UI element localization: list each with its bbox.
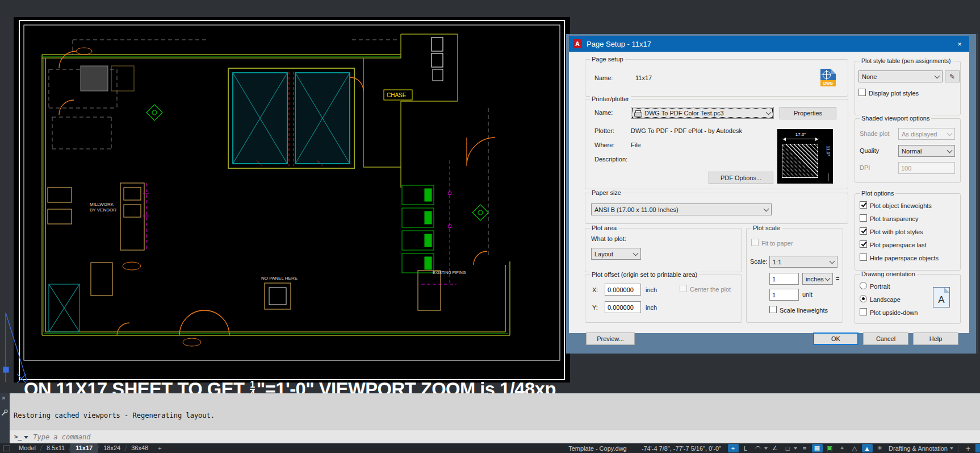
quality-combo[interactable]: Normal: [898, 145, 955, 157]
new-layout-icon[interactable]: +: [153, 445, 166, 452]
clipped-status-icon[interactable]: [975, 444, 980, 452]
dwg-file-icon: DWG: [820, 69, 836, 86]
x-offset-input[interactable]: [605, 284, 641, 296]
tab-36x48[interactable]: 36x48: [126, 443, 153, 453]
command-prompt-icon: >_: [14, 433, 22, 440]
annotation-visibility-icon[interactable]: △: [849, 444, 860, 452]
crosshair-icon[interactable]: +: [963, 444, 974, 452]
y-offset-input[interactable]: [605, 301, 641, 313]
chevron-down-icon[interactable]: [633, 250, 639, 256]
edit-plot-style-button[interactable]: ✎: [945, 70, 960, 82]
drawing-viewport[interactable]: CHASE MILLWORK BY VENDOR NO PANEL HERE E…: [0, 17, 575, 383]
chevron-down-icon[interactable]: [794, 447, 797, 451]
command-input[interactable]: [32, 433, 980, 442]
hide-paperspace-objects-checkbox[interactable]: [860, 253, 867, 261]
osnap-target-icon[interactable]: ⌖: [837, 444, 848, 452]
unit-label: unit: [802, 291, 813, 298]
x-unit-label: inch: [646, 286, 657, 293]
tab-model[interactable]: Model: [14, 443, 41, 453]
scale-lineweights-label: Scale lineweights: [780, 307, 828, 314]
fit-to-paper-checkbox: [751, 239, 759, 246]
plot-with-plot-styles-checkbox[interactable]: [860, 227, 867, 235]
workspace-switcher[interactable]: Drafting & Annotation: [889, 445, 948, 452]
chevron-down-icon: [947, 130, 953, 136]
label-chase: CHASE: [387, 92, 407, 98]
printer-icon: [634, 110, 642, 116]
orientation-page-icon: A: [933, 287, 950, 307]
cursor-coordinates: -74'-4 7/8", -77'-7 5/16", 0'-0": [642, 445, 721, 452]
paper-size-combo[interactable]: ANSI B (17.00 x 11.00 Inches): [591, 203, 772, 215]
chevron-down-icon[interactable]: [764, 206, 769, 211]
group-label: Page setup: [590, 56, 625, 63]
scale-lineweights-checkbox[interactable]: [769, 306, 777, 313]
chevron-down-icon[interactable]: [947, 147, 953, 153]
command-window-sidebar: ×: [0, 393, 10, 443]
close-command-window-icon[interactable]: ×: [2, 394, 5, 401]
chevron-down-icon[interactable]: [935, 73, 940, 78]
what-to-plot-combo[interactable]: Layout: [591, 248, 641, 260]
plot-upside-down-checkbox[interactable]: [860, 308, 867, 315]
layout-quickview-icon[interactable]: [3, 446, 10, 451]
equals-sign: =: [836, 275, 839, 282]
group-label: Paper size: [590, 189, 623, 196]
drawing-units-input[interactable]: [769, 289, 799, 301]
page-setup-group: Page setup Name: 11x17 DWG: [585, 59, 848, 97]
gear-icon[interactable]: ✳: [874, 444, 885, 452]
pen-icon: ✎: [949, 73, 955, 81]
plot-object-lineweights-checkbox[interactable]: [860, 201, 867, 209]
help-button[interactable]: Help: [913, 333, 958, 345]
wrench-icon[interactable]: [1, 408, 8, 418]
selection-cycling-icon[interactable]: ▣: [824, 444, 835, 452]
autocad-logo-icon: A: [573, 39, 582, 48]
pdf-options-button[interactable]: PDF Options...: [709, 172, 773, 184]
portrait-radio[interactable]: [860, 282, 867, 289]
tab-18x24[interactable]: 18x24: [98, 443, 125, 453]
printer-name-combo[interactable]: DWG To PDF Color Test.pc3: [631, 107, 774, 119]
plot-style-combo[interactable]: None: [858, 70, 943, 82]
where-label: Where:: [594, 142, 614, 148]
properties-button[interactable]: Properties: [780, 107, 836, 119]
dialog-title-bar[interactable]: A Page Setup - 11x17 ×: [569, 36, 969, 52]
close-icon[interactable]: ×: [950, 36, 969, 52]
chevron-down-icon[interactable]: [950, 447, 953, 451]
plot-paperspace-last-checkbox[interactable]: [860, 240, 867, 248]
recent-commands-icon[interactable]: [24, 436, 28, 441]
snap-mode-icon[interactable]: +: [728, 444, 739, 452]
preview-button[interactable]: Preview...: [586, 333, 635, 345]
chevron-down-icon[interactable]: [830, 258, 835, 264]
plot-offset-group: Plot offset (origin set to printable are…: [585, 275, 742, 323]
shaded-viewport-group: Shaded viewport options Shade plot As di…: [855, 118, 961, 183]
label-no-panel: NO PANEL HERE: [261, 276, 298, 281]
tab-8-5x11[interactable]: 8.5x11: [41, 443, 70, 453]
osnap-tracking-icon[interactable]: □: [782, 444, 793, 452]
ok-button[interactable]: OK: [813, 333, 858, 345]
label-existing-piping: EXISTING PIPING: [433, 271, 466, 275]
cancel-button[interactable]: Cancel: [863, 333, 908, 345]
lineweight-icon[interactable]: ≡: [799, 444, 810, 452]
isometric-drafting-icon[interactable]: ∠: [770, 444, 781, 452]
landscape-radio[interactable]: [860, 295, 867, 302]
ortho-mode-icon[interactable]: L: [740, 444, 751, 452]
group-label: Plot scale: [751, 225, 782, 231]
printer-plotter-group: Printer/plotter Name: DWG To PDF Color T…: [585, 99, 848, 189]
plot-transparency-checkbox[interactable]: [860, 214, 867, 222]
annotation-autoscale-icon[interactable]: ▲: [862, 444, 873, 452]
chevron-down-icon[interactable]: [764, 447, 768, 451]
printer-name-label: Name:: [594, 109, 613, 116]
chevron-down-icon[interactable]: [825, 275, 831, 281]
status-divider: [958, 445, 958, 452]
paper-units-input[interactable]: [769, 273, 799, 285]
polar-tracking-icon[interactable]: ◠: [753, 444, 764, 452]
units-combo[interactable]: inches: [802, 273, 833, 285]
y-unit-label: inch: [646, 304, 657, 311]
where-value: File: [631, 142, 641, 148]
chevron-down-icon[interactable]: [766, 109, 772, 115]
transparency-icon[interactable]: ▦: [812, 444, 823, 452]
scale-combo[interactable]: 1:1: [769, 256, 837, 268]
display-plot-styles-checkbox[interactable]: [858, 89, 866, 96]
tab-11x17[interactable]: 11x17: [70, 443, 98, 453]
center-the-plot-label: Center the plot: [690, 286, 731, 293]
plot-upside-down-label: Plot upside-down: [870, 309, 918, 316]
plotter-value: DWG To PDF - PDF ePlot - by Autodesk: [631, 127, 742, 134]
dpi-label: DPI: [860, 164, 870, 171]
